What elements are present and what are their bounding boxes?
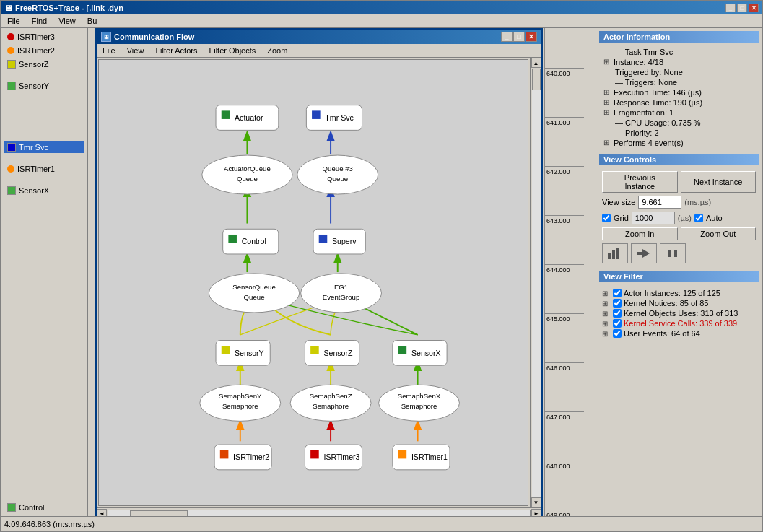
close-btn[interactable]: ✕ — [749, 4, 759, 12]
pause-icon-btn[interactable] — [660, 243, 686, 263]
zoom-in-btn[interactable]: Zoom In — [602, 227, 678, 240]
view-filter-section: View Filter ⊞ Actor Instances: 125 of 12… — [599, 271, 759, 341]
filter-row-3: ⊞ Kernel Service Calls: 339 of 339 — [602, 318, 756, 328]
comm-minimize-btn[interactable]: _ — [501, 32, 513, 42]
comm-menu-filter-objects[interactable]: Filter Objects — [206, 45, 258, 56]
filter-check-2[interactable] — [613, 309, 622, 318]
box-sensorx — [7, 186, 16, 195]
svg-rect-17 — [312, 110, 321, 119]
label-sensory: SensorY — [19, 82, 49, 90]
scroll-left-btn[interactable]: ◄ — [97, 509, 107, 517]
next-instance-btn[interactable]: Next Instance — [681, 171, 757, 193]
scroll-right-btn[interactable]: ► — [531, 509, 541, 517]
label-control: Control — [19, 503, 44, 512]
flow-hscroll[interactable]: ◄ ► — [97, 507, 541, 516]
menu-view[interactable]: View — [56, 16, 79, 26]
chart-icon-btn[interactable] — [602, 243, 628, 263]
filter-expand-4[interactable]: ⊞ — [602, 330, 611, 338]
sidebar-item-sensory[interactable]: SensorY — [4, 80, 84, 92]
main-menu-bar: File Find View Bu — [1, 14, 762, 28]
filter-expand-1[interactable]: ⊞ — [602, 300, 611, 308]
sidebar-item-sensorz[interactable]: SensorZ — [4, 58, 84, 70]
view-controls-section: View Controls Previous Instance Next Ins… — [599, 154, 759, 266]
label-isrtimer1: ISRTimer1 — [17, 165, 55, 173]
cpu-row: — CPU Usage: 0.735 % — [601, 118, 757, 128]
filter-check-3[interactable] — [613, 319, 622, 328]
view-size-label: View size — [602, 198, 635, 206]
triggered-by-text: Triggered by: None — [609, 68, 754, 77]
ruler-spacer — [545, 28, 584, 68]
svg-rect-56 — [220, 450, 229, 459]
scroll-down-btn[interactable]: ▼ — [531, 497, 541, 507]
sidebar-item-sensorx[interactable]: SensorX — [4, 185, 84, 196]
maximize-btn[interactable]: □ — [737, 4, 747, 12]
bottom-status-bar: 4:09.646.863 (m:s.ms.µs) — [1, 516, 762, 531]
menu-file[interactable]: File — [4, 16, 23, 26]
prev-instance-btn[interactable]: Previous Instance — [602, 171, 678, 193]
filter-check-0[interactable] — [613, 289, 622, 297]
svg-text:Queue: Queue — [327, 175, 348, 183]
comm-menu-view[interactable]: View — [124, 45, 147, 56]
sidebar-item-isrtimer3[interactable]: ISRTimer3 — [4, 31, 84, 43]
comm-close-btn[interactable]: ✕ — [526, 32, 537, 42]
comm-menu-file[interactable]: File — [100, 45, 118, 56]
scroll-up-btn[interactable]: ▲ — [531, 58, 541, 68]
hscroll-thumb[interactable] — [130, 510, 188, 517]
zoom-out-btn[interactable]: Zoom Out — [681, 227, 757, 240]
priority-row: — Priority: 2 — [601, 128, 757, 138]
svg-text:ActuatorQueue: ActuatorQueue — [224, 165, 271, 173]
spacer9 — [4, 177, 84, 183]
filter-check-1[interactable] — [613, 299, 622, 308]
filter-expand-3[interactable]: ⊞ — [602, 320, 611, 328]
view-size-input[interactable] — [638, 196, 681, 209]
svg-text:ISRTimer2: ISRTimer2 — [233, 453, 269, 461]
svg-rect-64 — [608, 253, 611, 259]
hscroll-track[interactable] — [108, 510, 531, 517]
sidebar-item-isrtimer2[interactable]: ISRTimer2 — [4, 45, 84, 56]
filter-expand-0[interactable]: ⊞ — [602, 289, 611, 297]
exec-expand[interactable]: ⊞ — [603, 88, 612, 96]
main-window: 🖥 FreeRTOS+Trace - [.link .dyn _ □ ✕ Fil… — [0, 0, 763, 532]
comm-menu-zoom[interactable]: Zoom — [264, 45, 290, 56]
svg-text:ISRTimer3: ISRTimer3 — [323, 453, 359, 461]
instance-expand[interactable]: ⊞ — [603, 58, 612, 66]
sidebar-item-tmrsvc[interactable]: Tmr Svc — [4, 141, 84, 153]
flow-canvas[interactable]: Actuator Tmr Svc ActuatorQueue Queue — [98, 59, 528, 506]
filter-expand-2[interactable]: ⊞ — [602, 310, 611, 318]
ruler-647: 647.000 — [545, 411, 584, 461]
minimize-btn[interactable]: _ — [725, 4, 736, 12]
frag-expand[interactable]: ⊞ — [603, 108, 612, 116]
step-icon-btn[interactable] — [631, 243, 657, 263]
dot-isrtimer3 — [7, 33, 14, 40]
menu-bu[interactable]: Bu — [84, 16, 100, 26]
view-controls-body: Previous Instance Next Instance View siz… — [599, 168, 759, 266]
actor-info-title: Actor Information — [599, 31, 759, 43]
label-isrtimer2: ISRTimer2 — [17, 46, 55, 55]
label-isrtimer3: ISRTimer3 — [17, 32, 55, 41]
sidebar-item-isrtimer1[interactable]: ISRTimer1 — [4, 163, 84, 175]
filter-text-0: Actor Instances: 125 of 125 — [624, 289, 756, 297]
svg-text:EG1: EG1 — [334, 283, 348, 291]
svg-rect-67 — [637, 252, 642, 255]
sidebar-item-control[interactable]: Control — [4, 502, 84, 513]
task-label-row: — Task Tmr Svc — [601, 47, 757, 57]
response-expand[interactable]: ⊞ — [603, 98, 612, 106]
ruler-648: 648.000 — [545, 461, 584, 510]
filter-check-4[interactable] — [613, 329, 622, 338]
instance-row: ⊞ Instance: 4/18 — [601, 57, 757, 67]
comm-menu-filter-actors[interactable]: Filter Actors — [152, 45, 200, 56]
auto-checkbox[interactable] — [694, 214, 703, 222]
svg-rect-69 — [668, 250, 671, 257]
spacer5 — [4, 118, 84, 123]
performs-expand[interactable]: ⊞ — [603, 139, 612, 147]
grid-input[interactable] — [632, 212, 675, 224]
grid-checkbox[interactable] — [602, 214, 611, 222]
svg-text:SensorZ: SensorZ — [323, 349, 353, 357]
scroll-thumb[interactable] — [532, 69, 541, 90]
comm-title-text: Communication Flow — [114, 32, 501, 41]
comm-maximize-btn[interactable]: □ — [513, 32, 525, 42]
flow-scrollbar[interactable]: ▲ ▼ — [530, 58, 541, 507]
svg-text:SemaphSenY: SemaphSenY — [219, 392, 262, 400]
svg-rect-66 — [616, 248, 619, 259]
menu-find[interactable]: Find — [29, 16, 50, 26]
